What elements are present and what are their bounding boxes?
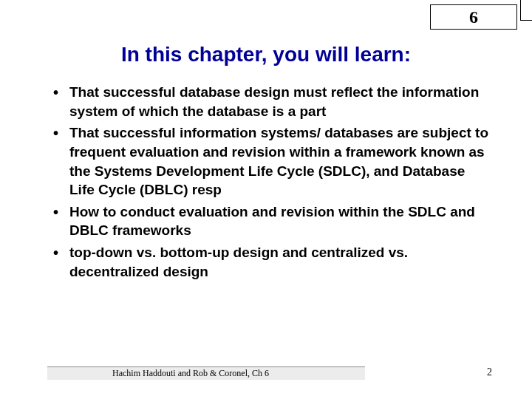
- chapter-box-edge: [520, 0, 532, 21]
- list-item: top-down vs. bottom-up design and centra…: [50, 243, 491, 281]
- footer-text: Hachim Haddouti and Rob & Coronel, Ch 6: [112, 368, 269, 379]
- footer-bar: Hachim Haddouti and Rob & Coronel, Ch 6: [47, 366, 365, 380]
- page-number: 2: [487, 366, 492, 378]
- bullet-list: That successful database design must ref…: [50, 83, 491, 284]
- slide-title: In this chapter, you will learn:: [0, 43, 532, 66]
- chapter-number-box: 6: [430, 4, 517, 30]
- list-item: How to conduct evaluation and revision w…: [50, 202, 491, 240]
- list-item: That successful information systems/ dat…: [50, 123, 491, 200]
- list-item: That successful database design must ref…: [50, 83, 491, 120]
- chapter-number: 6: [469, 7, 478, 27]
